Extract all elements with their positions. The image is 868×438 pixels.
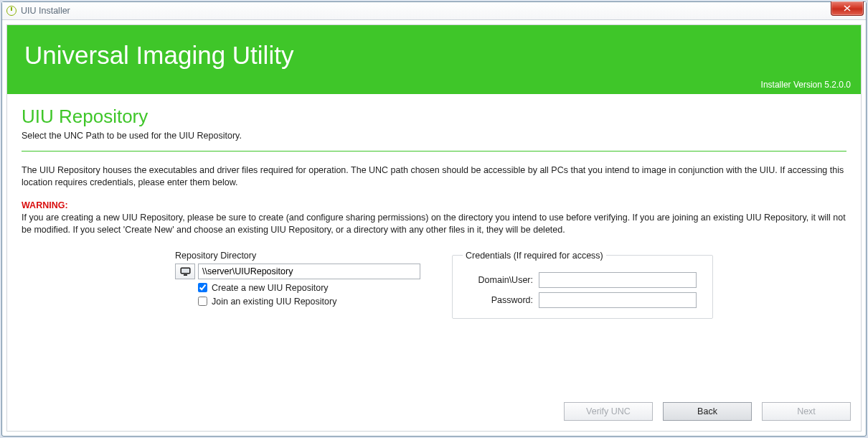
footer-buttons: Verify UNC Back Next bbox=[7, 395, 861, 431]
intro-text: The UIU Repository houses the executable… bbox=[22, 164, 846, 189]
installer-window: UIU Installer Universal Imaging Utility … bbox=[1, 1, 867, 437]
svg-rect-2 bbox=[184, 274, 187, 276]
monitor-icon bbox=[180, 267, 191, 276]
close-button[interactable] bbox=[831, 1, 864, 16]
product-title: Universal Imaging Utility bbox=[24, 41, 293, 70]
form-columns: Repository Directory C bbox=[22, 251, 846, 319]
join-existing-label[interactable]: Join an existing UIU Repository bbox=[212, 297, 336, 307]
page-subtitle: Select the UNC Path to be used for the U… bbox=[22, 131, 846, 141]
content-frame: Universal Imaging Utility Installer Vers… bbox=[6, 24, 862, 432]
create-new-checkbox[interactable] bbox=[198, 283, 207, 292]
domain-user-input[interactable] bbox=[539, 272, 697, 288]
join-existing-checkbox[interactable] bbox=[198, 297, 207, 306]
warning-label: WARNING: bbox=[22, 200, 68, 210]
divider bbox=[22, 151, 846, 152]
repository-directory-label: Repository Directory bbox=[175, 251, 438, 261]
warning-text: If you are creating a new UIU Repository… bbox=[22, 212, 846, 236]
password-input[interactable] bbox=[539, 292, 697, 308]
power-icon bbox=[6, 6, 16, 16]
repository-section: Repository Directory C bbox=[22, 251, 438, 307]
page-title: UIU Repository bbox=[22, 106, 846, 128]
next-button[interactable]: Next bbox=[762, 402, 851, 421]
create-new-label[interactable]: Create a new UIU Repository bbox=[212, 283, 329, 293]
credentials-fieldset: Credentials (If required for access) Dom… bbox=[452, 251, 713, 319]
back-button[interactable]: Back bbox=[663, 402, 752, 421]
password-label: Password: bbox=[463, 295, 533, 305]
window-title: UIU Installer bbox=[21, 6, 70, 16]
svg-rect-1 bbox=[181, 269, 189, 273]
credentials-legend: Credentials (If required for access) bbox=[463, 251, 606, 261]
browse-button[interactable] bbox=[175, 264, 195, 279]
domain-user-label: Domain\User: bbox=[463, 275, 533, 285]
main-content: UIU Repository Select the UNC Path to be… bbox=[7, 94, 861, 395]
repository-path-input[interactable] bbox=[198, 264, 420, 279]
warning-block: WARNING: If you are creating a new UIU R… bbox=[22, 200, 846, 236]
banner: Universal Imaging Utility Installer Vers… bbox=[7, 25, 861, 94]
installer-version: Installer Version 5.2.0.0 bbox=[761, 80, 851, 90]
titlebar: UIU Installer bbox=[2, 2, 866, 20]
close-icon bbox=[844, 5, 851, 11]
verify-unc-button[interactable]: Verify UNC bbox=[564, 402, 653, 421]
